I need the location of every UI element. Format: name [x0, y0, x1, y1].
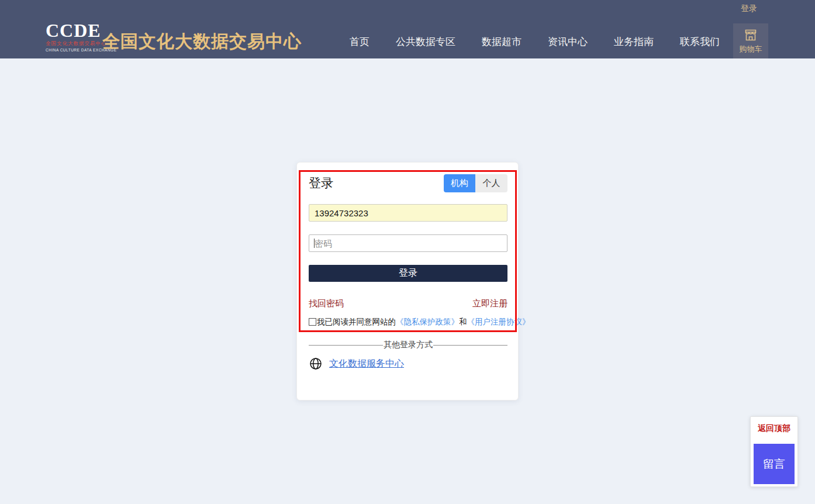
divider-line-right	[433, 345, 507, 346]
nav-item-home[interactable]: 首页	[350, 35, 369, 49]
cart-label: 购物车	[740, 44, 762, 54]
register-link[interactable]: 立即注册	[472, 298, 507, 309]
header: CCDE 全国文化大数据交易中心 CHINA CULTURE DATA EXCH…	[0, 0, 815, 58]
privacy-policy-link[interactable]: 《隐私保护政策》	[396, 317, 459, 326]
tab-organization[interactable]: 机构	[444, 174, 475, 192]
tab-personal[interactable]: 个人	[475, 174, 507, 192]
nav-item-contact-us[interactable]: 联系我们	[680, 35, 720, 49]
nav-item-business-guide[interactable]: 业务指南	[614, 35, 654, 49]
divider-label: 其他登录方式	[383, 340, 433, 350]
login-submit-button[interactable]: 登录	[309, 265, 507, 282]
nav-item-data-supermarket[interactable]: 数据超市	[482, 35, 522, 49]
login-title: 登录	[309, 175, 333, 191]
agreement-and: 和	[459, 317, 467, 326]
login-type-tabs: 机构 个人	[444, 174, 507, 192]
site-title: 全国文化大数据交易中心	[102, 30, 302, 54]
alt-login-row: 文化数据服务中心	[309, 356, 507, 371]
main-nav: 首页 公共数据专区 数据超市 资讯中心 业务指南 联系我们	[350, 35, 720, 49]
nav-item-news-center[interactable]: 资讯中心	[548, 35, 588, 49]
nav-item-public-data-zone[interactable]: 公共数据专区	[396, 35, 455, 49]
forgot-password-link[interactable]: 找回密码	[309, 298, 344, 309]
login-links-row: 找回密码 立即注册	[309, 298, 507, 309]
login-card-header: 登录 机构 个人	[309, 174, 507, 192]
password-input[interactable]	[309, 234, 507, 252]
logo-cn-text: 全国文化大数据交易中心	[46, 40, 99, 47]
terms-link[interactable]: 《用户注册协议》	[467, 317, 530, 326]
text-caret	[314, 239, 315, 248]
back-to-top-button[interactable]: 返回顶部	[751, 423, 797, 434]
divider-line-left	[309, 345, 383, 346]
cart-button[interactable]: 购物车	[733, 23, 768, 58]
logo-acronym: CCDE	[46, 21, 99, 40]
site-logo[interactable]: CCDE 全国文化大数据交易中心 CHINA CULTURE DATA EXCH…	[46, 21, 99, 52]
other-login-divider: 其他登录方式	[309, 340, 507, 350]
phone-input[interactable]	[309, 204, 507, 222]
floating-panel: 返回顶部 留言	[750, 416, 798, 487]
top-login-link[interactable]: 登录	[741, 4, 757, 14]
storefront-icon	[744, 28, 758, 42]
globe-icon	[309, 357, 323, 371]
message-button[interactable]: 留言	[754, 444, 795, 484]
logo-en-text: CHINA CULTURE DATA EXCHANGE	[46, 48, 99, 52]
culture-data-service-center-link[interactable]: 文化数据服务中心	[329, 358, 404, 370]
agreement-row: 我已阅读并同意网站的《隐私保护政策》和《用户注册协议》	[309, 317, 514, 327]
login-card: 登录 机构 个人 登录 找回密码 立即注册 我已阅读并同意网站的《隐私保护政策》…	[296, 162, 519, 401]
agreement-prefix: 我已阅读并同意网站的	[317, 317, 396, 326]
agreement-checkbox[interactable]	[309, 318, 316, 326]
